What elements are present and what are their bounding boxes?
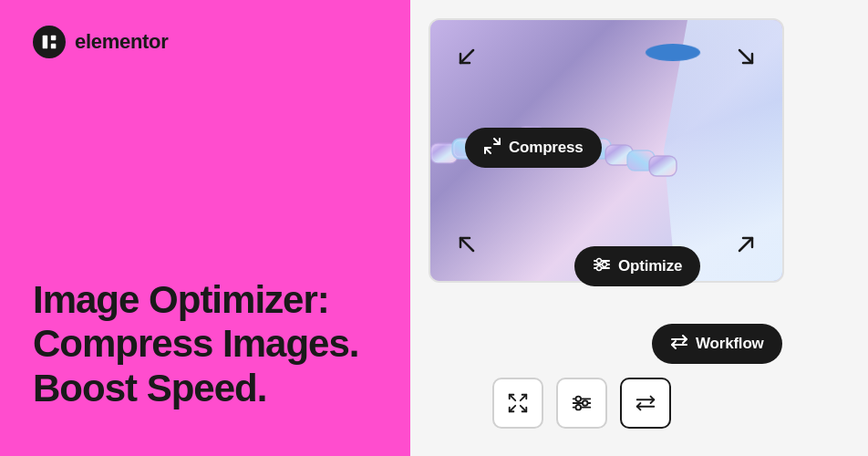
headline-line2: Compress Images. bbox=[33, 322, 377, 366]
optimize-icon bbox=[593, 255, 611, 277]
headline-line1: Image Optimizer: bbox=[33, 278, 377, 322]
bottom-icon-buttons bbox=[492, 378, 671, 429]
svg-point-39 bbox=[576, 405, 582, 410]
left-section: elementor Image Optimizer: Compress Imag… bbox=[0, 0, 410, 456]
svg-point-25 bbox=[597, 259, 602, 264]
compress-icon bbox=[483, 137, 501, 159]
compress-label: Compress bbox=[509, 139, 584, 157]
compress-icon-btn[interactable] bbox=[492, 378, 543, 429]
workflow-icon bbox=[670, 333, 688, 355]
workflow-icon-btn[interactable] bbox=[620, 378, 671, 429]
corner-arrow-bl bbox=[452, 230, 481, 259]
headline: Image Optimizer: Compress Images. Boost … bbox=[33, 278, 377, 420]
svg-line-18 bbox=[460, 238, 473, 251]
headline-line3: Boost Speed. bbox=[33, 367, 377, 410]
svg-rect-0 bbox=[43, 36, 48, 49]
svg-rect-15 bbox=[649, 156, 677, 176]
logo-area: elementor bbox=[33, 26, 377, 58]
corner-arrow-tl bbox=[452, 42, 481, 71]
svg-line-33 bbox=[521, 406, 527, 412]
svg-point-26 bbox=[603, 263, 607, 267]
workflow-badge: Workflow bbox=[652, 324, 782, 364]
svg-line-16 bbox=[460, 50, 473, 63]
svg-line-30 bbox=[510, 395, 516, 401]
svg-line-17 bbox=[739, 50, 752, 63]
svg-rect-1 bbox=[51, 36, 57, 41]
svg-point-38 bbox=[583, 400, 588, 406]
svg-point-27 bbox=[597, 266, 602, 271]
workflow-label: Workflow bbox=[696, 335, 764, 353]
elementor-logo-icon bbox=[33, 26, 66, 58]
right-section: Compress Optimize Workflow bbox=[410, 0, 868, 456]
optimize-badge: Optimize bbox=[574, 246, 700, 286]
svg-rect-2 bbox=[51, 44, 57, 49]
optimize-icon-btn[interactable] bbox=[556, 378, 607, 429]
svg-line-19 bbox=[739, 238, 752, 251]
corner-arrow-tr bbox=[731, 42, 760, 71]
compress-badge: Compress bbox=[465, 128, 602, 168]
logo-text: elementor bbox=[75, 30, 168, 54]
svg-line-31 bbox=[521, 395, 527, 401]
svg-line-32 bbox=[510, 406, 516, 412]
corner-arrow-br bbox=[731, 230, 760, 259]
svg-point-37 bbox=[576, 397, 582, 402]
optimize-label: Optimize bbox=[618, 257, 682, 275]
